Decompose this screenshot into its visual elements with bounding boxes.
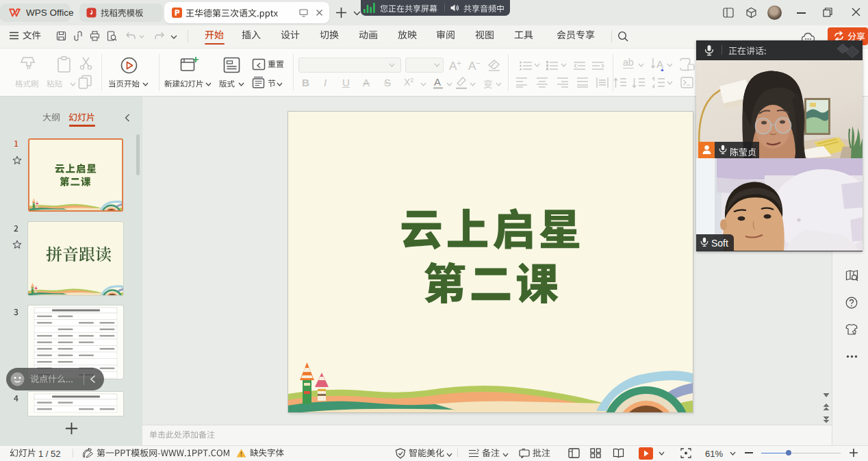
svg-text:A: A <box>656 58 663 70</box>
